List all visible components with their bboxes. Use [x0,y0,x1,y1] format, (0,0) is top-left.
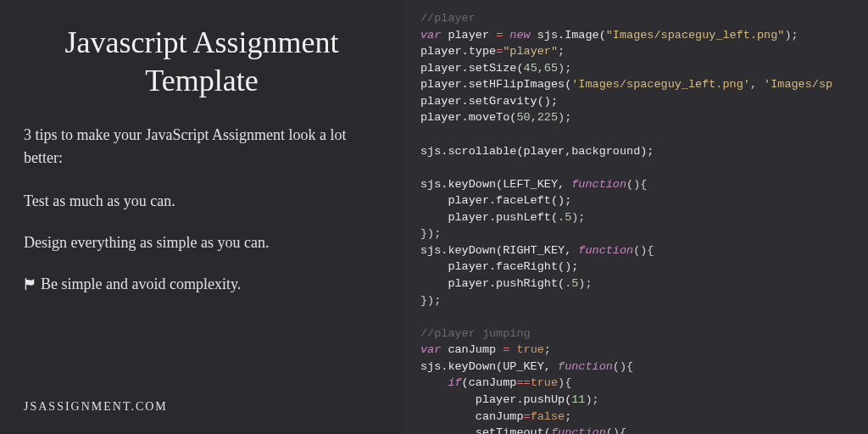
code-id: player.type [420,45,496,58]
code-pun: ; [558,45,565,58]
code-fn: function [558,360,613,373]
code-id: setTimeout( [420,426,551,434]
code-op: == [516,376,530,389]
tip-3: Be simple and avoid complexity. [24,273,380,296]
code-id: (canJump [462,376,517,389]
code-pun: (){ [633,244,654,257]
code-id: player.setGravity(); [420,95,558,108]
code-id: player.pushRight( [420,277,565,290]
code-panel: //player var player = new sjs.Image("Ima… [403,0,868,434]
code-id: player.moveTo( [420,111,516,124]
code-bool: true [516,343,543,356]
code-id: player.setSize( [420,62,524,75]
code-pun: (){ [606,426,626,434]
code-pun: ; [565,410,571,423]
footer-link: JSASSIGNMENT.COM [24,400,168,414]
flag-icon [24,274,36,286]
tip-2: Design everything as simple as you can. [24,231,380,254]
code-id: canJump [420,410,524,423]
code-pun: , [537,62,544,75]
code-str: "player" [503,45,558,58]
code-id: player.faceLeft(); [420,194,571,207]
code-pun: ); [558,62,571,75]
code-pun: (){ [613,360,633,373]
code-fn: function [578,244,633,257]
code-id: player.pushUp( [420,393,571,406]
code-comment: //player jumping [420,327,531,340]
code-fn: function [551,426,606,434]
left-panel: Javascript Assignment Template 3 tips to… [0,0,403,434]
code-id: canJump [441,343,503,356]
code-kw: new [503,29,530,42]
code-pun: }); [420,294,441,307]
code-num: 65 [544,62,558,75]
code-pun: ); [571,211,585,224]
code-pun: ){ [558,376,571,389]
code-pun: ; [544,343,551,356]
code-num: .5 [565,277,578,290]
code-op: = [524,410,531,423]
code-id: sjs.keyDown(RIGHT_KEY, [420,244,578,257]
code-num: 225 [537,111,558,124]
code-pun: ); [578,277,592,290]
code-id: sjs.scrollable(player,background); [420,145,654,158]
code-pun: ); [558,111,571,124]
intro-text: 3 tips to make your JavaScript Assignmen… [24,124,380,170]
code-pun: , [531,111,537,124]
code-str: "Images/spaceguy_left.png" [606,29,785,42]
tip-1: Test as much as you can. [24,190,380,213]
code-num: .5 [558,211,571,224]
code-id: sjs.keyDown(LEFT_KEY, [420,178,571,191]
code-id: sjs.keyDown(UP_KEY, [420,360,558,373]
tip-3-text: Be simple and avoid complexity. [41,275,241,292]
code-str: 'Images/spaceguy_left.png' [571,78,750,91]
code-kw: var [420,343,441,356]
code-num: 11 [571,393,585,406]
code-bool: true [531,376,558,389]
code-id: player.faceRight(); [420,260,578,273]
code-id: player.setHFlipImages( [420,78,571,91]
code-pun: ); [585,393,598,406]
code-num: 45 [524,62,537,75]
code-bool: false [531,410,565,423]
code-pun: (){ [626,178,647,191]
code-fn: function [571,178,626,191]
code-id: player [441,29,496,42]
code-pun: }); [420,227,441,240]
code-str: 'Images/sp [764,78,832,91]
page-title: Javascript Assignment Template [24,24,380,100]
code-id: player.pushLeft( [420,211,558,224]
code-pun: , [750,78,764,91]
code-pun: ); [784,29,798,42]
code-num: 50 [516,111,530,124]
code-comment: //player [420,12,476,25]
code-kw: if [420,376,462,389]
code-id: sjs.Image( [531,29,606,42]
code-kw: var [420,29,441,42]
